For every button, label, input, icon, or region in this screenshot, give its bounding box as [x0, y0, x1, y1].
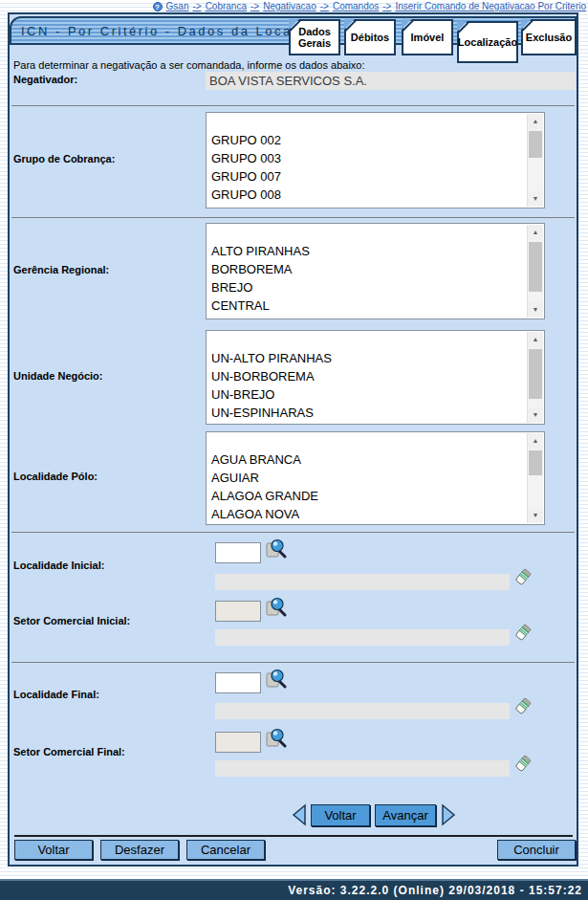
list-option[interactable]: AGUIAR — [207, 469, 527, 487]
list-option[interactable]: UN-ALTO PIRANHAS — [207, 349, 527, 367]
localidade-final-code-input[interactable] — [215, 672, 261, 693]
list-option[interactable]: ALAGOINHA — [207, 523, 527, 525]
page-title-text: ICN - Por Critério - Dados da Localid — [21, 24, 312, 38]
breadcrumb-link-gsan[interactable]: Gsan — [166, 1, 189, 11]
list-option[interactable]: AGUA BRANCA — [207, 450, 527, 469]
help-icon[interactable]: ? — [153, 2, 163, 11]
gerencia-regional-listbox[interactable]: ALTO PIRANHAS BORBOREMA BREJO CENTRAL ES… — [206, 223, 545, 319]
scroll-up-icon[interactable]: ▲ — [528, 433, 543, 449]
scroll-down-icon[interactable]: ▼ — [528, 191, 543, 207]
setor-comercial-final-label: Setor Comercial Final: — [13, 746, 125, 757]
tab-exclusao[interactable]: Exclusão — [521, 19, 577, 55]
form-instruction: Para determinar a negativação a ser coma… — [13, 59, 365, 71]
scroll-up-icon[interactable]: ▲ — [528, 114, 543, 129]
localidade-final-name-field — [215, 703, 510, 719]
wizard-avancar-button[interactable]: Avançar — [375, 804, 436, 826]
scrollbar-thumb[interactable] — [529, 242, 542, 292]
breadcrumb: ? Gsan -> Cobranca -> Negativacao -> Com… — [0, 0, 586, 12]
erase-setor-comercial-final-icon[interactable] — [513, 754, 533, 773]
tab-dados-gerais[interactable]: Dados Gerais — [289, 19, 340, 55]
unidade-negocio-listbox[interactable]: UN-ALTO PIRANHAS UN-BORBOREMA UN-BREJO U… — [206, 330, 545, 425]
scrollbar[interactable]: ▲ ▼ — [527, 114, 543, 207]
tab-label: Localização — [458, 36, 517, 48]
setor-comercial-inicial-code-input — [215, 601, 261, 622]
scrollbar[interactable]: ▲ ▼ — [527, 332, 543, 423]
section-divider — [11, 532, 575, 533]
list-option-blank[interactable] — [207, 331, 527, 349]
list-option[interactable]: ALAGOA GRANDE — [207, 487, 527, 505]
tab-label: Imóvel — [411, 32, 445, 43]
breadcrumb-link-cobranca[interactable]: Cobranca — [206, 1, 247, 11]
gsan-page: { "breadcrumb": { "separator": "->", "it… — [0, 0, 588, 900]
grupo-cobranca-listbox[interactable]: GRUPO 002 GRUPO 003 GRUPO 007 GRUPO 008 … — [206, 112, 545, 209]
scrollbar-thumb[interactable] — [529, 450, 542, 475]
voltar-button[interactable]: Voltar — [14, 840, 93, 860]
scroll-down-icon[interactable]: ▼ — [528, 302, 543, 318]
tab-label: Exclusão — [526, 32, 572, 43]
search-localidade-final-icon[interactable] — [266, 669, 287, 690]
list-option[interactable]: ALAGOA NOVA — [207, 505, 527, 523]
list-option[interactable]: GRUPO 007 — [207, 167, 527, 186]
erase-localidade-inicial-icon[interactable] — [513, 567, 533, 586]
version-text: Versão: 3.22.2.0 (Online) 29/03/2018 - 1… — [288, 884, 582, 897]
list-option[interactable]: GRUPO 010 — [207, 204, 527, 209]
search-setor-comercial-inicial-icon[interactable] — [266, 597, 287, 618]
list-option-blank[interactable] — [207, 432, 527, 450]
erase-setor-comercial-inicial-icon[interactable] — [513, 623, 533, 642]
section-divider — [11, 217, 575, 218]
tab-localizacao[interactable]: Localização — [457, 21, 518, 63]
list-option[interactable]: UN-LITORAL — [207, 422, 527, 425]
list-option[interactable]: UN-BREJO — [207, 385, 527, 404]
scrollbar-thumb[interactable] — [529, 349, 542, 399]
search-localidade-inicial-icon[interactable] — [266, 538, 287, 560]
scrollbar[interactable]: ▲ ▼ — [527, 225, 543, 318]
scroll-down-icon[interactable]: ▼ — [528, 407, 543, 423]
setor-comercial-final-code-input — [215, 732, 261, 753]
search-setor-comercial-final-icon[interactable] — [266, 728, 287, 749]
breadcrumb-separator: -> — [250, 1, 259, 11]
list-option[interactable]: ESPINHARAS — [207, 315, 527, 319]
localidade-inicial-label: Localidade Inicial: — [13, 560, 104, 571]
list-option[interactable]: BREJO — [207, 278, 527, 296]
scroll-down-icon[interactable]: ▼ — [528, 508, 543, 523]
section-divider — [11, 662, 575, 663]
breadcrumb-link-negativacao[interactable]: Negativacao — [263, 1, 316, 11]
list-option[interactable]: GRUPO 002 — [207, 131, 527, 149]
tab-imovel[interactable]: Imóvel — [402, 19, 453, 55]
list-option-blank[interactable] — [207, 224, 527, 242]
cancelar-button[interactable]: Cancelar — [186, 840, 265, 860]
list-option[interactable]: ALTO PIRANHAS — [207, 242, 527, 260]
list-option-blank[interactable] — [207, 113, 527, 131]
wizard-back-arrow-icon[interactable] — [292, 803, 307, 826]
list-option[interactable]: CENTRAL — [207, 296, 527, 315]
concluir-button[interactable]: Concluir — [497, 840, 576, 860]
wizard-voltar-button[interactable]: Voltar — [311, 804, 370, 826]
list-option[interactable]: UN-BORBOREMA — [207, 367, 527, 385]
erase-localidade-final-icon[interactable] — [513, 696, 533, 715]
desfazer-button[interactable]: Desfazer — [100, 840, 179, 860]
localidade-inicial-name-field — [215, 574, 510, 590]
list-option[interactable]: GRUPO 003 — [207, 149, 527, 167]
localidade-inicial-code-input[interactable] — [215, 542, 261, 563]
localidade-polo-listbox[interactable]: AGUA BRANCA AGUIAR ALAGOA GRANDE ALAGOA … — [206, 431, 545, 525]
localidade-final-label: Localidade Final: — [13, 689, 99, 700]
setor-comercial-final-name-field — [215, 760, 510, 777]
gerencia-regional-label: Gerência Regional: — [13, 264, 109, 275]
version-bar: Versão: 3.22.2.0 (Online) 29/03/2018 - 1… — [0, 879, 588, 900]
tab-debitos[interactable]: Débitos — [344, 19, 396, 55]
wizard-forward-arrow-icon[interactable] — [441, 803, 456, 826]
list-option[interactable]: BORBOREMA — [207, 260, 527, 278]
scrollbar-thumb[interactable] — [529, 131, 542, 158]
section-divider — [11, 105, 575, 106]
list-option[interactable]: GRUPO 008 — [207, 186, 527, 204]
list-option[interactable]: UN-ESPINHARAS — [207, 404, 527, 422]
breadcrumb-link-inserir-comando[interactable]: Inserir Comando de Negativacao Por Crite… — [395, 1, 586, 11]
footer-divider — [14, 835, 573, 837]
tab-label: Débitos — [351, 32, 389, 43]
setor-comercial-inicial-label: Setor Comercial Inicial: — [13, 615, 130, 626]
scrollbar[interactable]: ▲ ▼ — [527, 433, 543, 523]
scroll-up-icon[interactable]: ▲ — [528, 332, 543, 347]
breadcrumb-link-comandos[interactable]: Comandos — [333, 1, 379, 11]
breadcrumb-separator: -> — [192, 1, 201, 11]
scroll-up-icon[interactable]: ▲ — [528, 225, 543, 240]
